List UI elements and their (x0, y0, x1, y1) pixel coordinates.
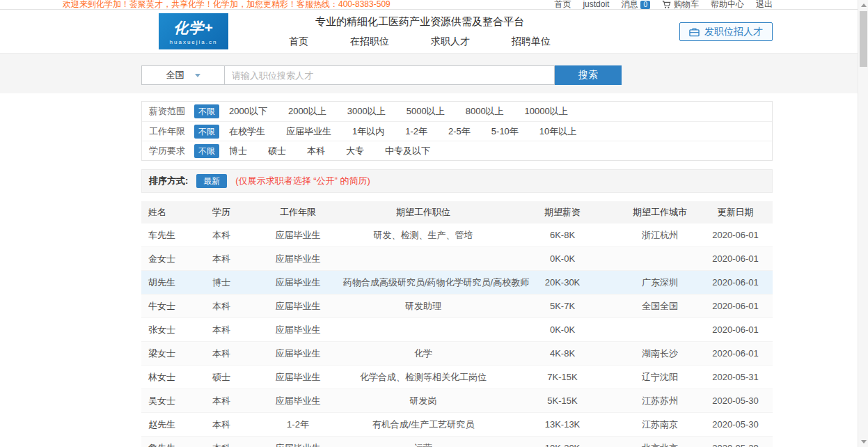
filter-option[interactable]: 在校学生 (229, 125, 265, 138)
nav-employers[interactable]: 招聘单位 (512, 36, 551, 48)
cell: 0K-0K (503, 318, 622, 342)
cell: 研发岗 (343, 389, 503, 413)
cell: 1-2年 (253, 413, 343, 437)
sort-newest-button[interactable]: 最新 (196, 174, 227, 188)
table-row[interactable]: 车先生本科应届毕业生研发、检测、生产、管培6K-8K浙江杭州2020-06-01 (141, 224, 773, 247)
cell: 本科 (190, 224, 253, 247)
filter-option[interactable]: 8000以上 (466, 105, 504, 118)
cell: 0K-0K (503, 247, 622, 271)
table-row[interactable]: 林女士硕士应届毕业生化学合成、检测等相关化工岗位7K-15K辽宁沈阳2020-0… (141, 366, 773, 389)
cell (622, 247, 698, 271)
filter-option-selected[interactable]: 不限 (194, 104, 219, 118)
nav-open-jobs[interactable]: 在招职位 (350, 36, 389, 48)
cell: 胡先生 (141, 271, 190, 295)
cell: 10K-20K (503, 437, 622, 447)
topbar-link-messages[interactable]: 消息 0 (621, 0, 650, 9)
filter-option[interactable]: 2000以下 (229, 105, 267, 118)
talent-table: 姓名学历工作年限期望工作职位期望薪资期望工作城市更新日期 车先生本科应届毕业生研… (141, 201, 773, 447)
filter-option[interactable]: 博士 (229, 145, 247, 157)
cell: 梁女士 (141, 342, 190, 366)
scrollbar-thumb[interactable] (860, 11, 867, 67)
filter-option[interactable]: 本科 (307, 145, 325, 157)
cell (343, 247, 503, 271)
cell: 应届毕业生 (253, 366, 343, 389)
filter-option[interactable]: 3000以上 (347, 105, 386, 118)
cell (622, 318, 698, 342)
filter-option[interactable]: 2-5年 (448, 125, 471, 138)
cell: 4K-8K (503, 342, 622, 366)
filter-label: 工作年限 (142, 125, 194, 138)
filter-option[interactable]: 1年以内 (352, 125, 384, 138)
search-button[interactable]: 搜索 (555, 65, 622, 85)
filter-option[interactable]: 硕士 (268, 145, 286, 157)
filter-option-selected[interactable]: 不限 (194, 125, 219, 139)
cell: 应届毕业生 (253, 389, 343, 413)
cell: 硕士 (190, 366, 253, 389)
post-job-button[interactable]: 发职位招人才 (679, 22, 773, 41)
cell: 金女士 (141, 247, 190, 271)
cell: 2020-06-01 (698, 295, 773, 318)
cell: 浙江杭州 (622, 224, 698, 247)
scrollbar[interactable] (858, 0, 868, 447)
cell: 江苏苏州 (622, 389, 698, 413)
region-select[interactable]: 全国 (141, 65, 225, 85)
table-row[interactable]: 赵先生本科1-2年有机合成/生产工艺研究员13K-13K江苏南京2020-05-… (141, 413, 773, 437)
filter-option[interactable]: 中专及以下 (385, 145, 430, 157)
filter-option[interactable]: 5-10年 (491, 125, 519, 138)
table-header-row: 姓名学历工作年限期望工作职位期望薪资期望工作城市更新日期 (141, 201, 773, 224)
filter-label: 薪资范围 (142, 105, 194, 118)
topbar-link-username[interactable]: justdoit (583, 0, 609, 9)
table-row[interactable]: 张女士本科应届毕业生0K-0K2020-06-01 (141, 318, 773, 342)
filter-option-selected[interactable]: 不限 (194, 144, 219, 158)
cell: 本科 (190, 318, 253, 342)
table-row[interactable]: 金女士本科应届毕业生0K-0K2020-06-01 (141, 247, 773, 271)
filter-option[interactable]: 10000以上 (525, 105, 568, 118)
topbar-link-help[interactable]: 帮助中心 (711, 0, 744, 9)
cell: 7K-15K (503, 366, 622, 389)
site-logo[interactable]: 化学+ huaxuejia.cn (159, 13, 228, 49)
nav-home[interactable]: 首页 (289, 36, 308, 48)
cell: 詹先生 (141, 437, 190, 447)
cell: 本科 (190, 295, 253, 318)
topbar-link-logout[interactable]: 退出 (756, 0, 773, 9)
cell: 应届毕业生 (253, 247, 343, 271)
cell: 张女士 (141, 318, 190, 342)
filter-option[interactable]: 大专 (346, 145, 364, 157)
cell: 2020-06-01 (698, 247, 773, 271)
messages-label: 消息 (621, 0, 638, 9)
table-row[interactable]: 梁女士本科应届毕业生化学4K-8K湖南长沙2020-06-01 (141, 342, 773, 366)
header-middle: 专业的精细化工医药产业资源供需及整合平台 首页 在招职位 求职人才 招聘单位 (274, 15, 566, 48)
cell: 应届毕业生 (253, 271, 343, 295)
nav-talents[interactable]: 求职人才 (431, 36, 470, 48)
table-row[interactable]: 詹先生本科应届毕业生运营10K-20K北京北京2020-05-29 (141, 437, 773, 447)
cell: 辽宁沈阳 (622, 366, 698, 389)
table-row[interactable]: 吴女士本科应届毕业生研发岗5K-15K江苏苏州2020-05-30 (141, 389, 773, 413)
column-header: 学历 (190, 201, 253, 224)
table-row[interactable]: 牛女士本科应届毕业生研发助理5K-7K全国全国2020-06-01 (141, 295, 773, 318)
scrollbar-down-arrow[interactable] (861, 440, 867, 444)
cell: 研发助理 (343, 295, 503, 318)
filter-option[interactable]: 5000以上 (407, 105, 445, 118)
filter-row-2: 工作年限不限在校学生应届毕业生1年以内1-2年2-5年5-10年10年以上 (142, 121, 772, 141)
cell: 江苏南京 (622, 413, 698, 437)
topbar-link-home[interactable]: 首页 (554, 0, 571, 9)
filter-option[interactable]: 10年以上 (539, 125, 576, 138)
cell: 化学合成、检测等相关化工岗位 (343, 366, 503, 389)
topbar-links: 首页 justdoit 消息 0 购物车 帮助中心 退出 (554, 0, 773, 9)
filter-option[interactable]: 应届毕业生 (286, 125, 331, 138)
topbar-link-cart[interactable]: 购物车 (662, 0, 699, 9)
table-row[interactable]: 胡先生博士应届毕业生药物合成高级研究员/药物化学研究员/高校教师20K-30K广… (141, 271, 773, 295)
cell: 药物合成高级研究员/药物化学研究员/高校教师 (343, 271, 503, 295)
cell: 2020-05-30 (698, 389, 773, 413)
cart-icon (662, 0, 671, 9)
cell: 本科 (190, 342, 253, 366)
cell: 北京北京 (622, 437, 698, 447)
scrollbar-up-arrow[interactable] (861, 3, 867, 7)
filter-option[interactable]: 2000以上 (288, 105, 326, 118)
filter-option[interactable]: 1-2年 (405, 125, 427, 138)
cell: 车先生 (141, 224, 190, 247)
cell: 湖南长沙 (622, 342, 698, 366)
cart-label: 购物车 (674, 0, 699, 9)
column-header: 期望薪资 (503, 201, 622, 224)
search-input[interactable] (225, 65, 555, 85)
